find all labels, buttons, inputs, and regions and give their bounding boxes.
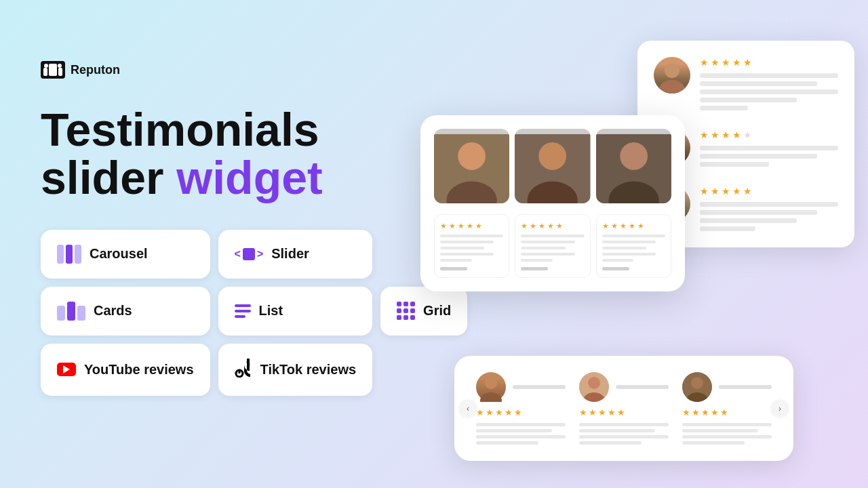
- name-line: [719, 385, 772, 389]
- carousel-photo: [596, 129, 671, 203]
- right-panel: ★★★★★ ★★★★★: [420, 27, 854, 474]
- svg-point-22: [485, 377, 497, 389]
- slider-mockup: ‹ ★★★★★: [454, 356, 793, 461]
- carousel-card: ★★★★★: [515, 214, 590, 278]
- review-content: ★★★★★: [700, 129, 838, 167]
- cards-label: Cards: [94, 303, 132, 319]
- slider-icon: < >: [235, 248, 264, 260]
- slider-prev-button[interactable]: ‹: [458, 399, 477, 418]
- list-button[interactable]: List: [218, 287, 373, 336]
- svg-rect-2: [58, 68, 62, 76]
- stars: ★★★★★: [700, 129, 838, 140]
- youtube-icon: [57, 363, 76, 376]
- svg-rect-0: [43, 68, 47, 76]
- review-content: ★★★★★: [700, 186, 838, 231]
- carousel-photo: [515, 129, 590, 203]
- carousel-card: ★★★★★: [596, 214, 671, 278]
- name-line: [513, 385, 566, 389]
- avatar: [654, 57, 690, 94]
- carousel-photo: [434, 129, 509, 203]
- svg-point-8: [658, 80, 686, 94]
- review-content: ★★★★★: [700, 57, 838, 110]
- headline-line2: slider widget: [41, 154, 434, 202]
- stars: ★★★★★: [700, 186, 838, 197]
- avatar: [579, 372, 609, 402]
- cards-icon: [57, 302, 85, 321]
- stars: ★★★★★: [682, 407, 728, 418]
- headline-line1: Testimonials: [41, 106, 434, 154]
- tiktok-icon: [235, 359, 252, 381]
- svg-point-3: [44, 64, 48, 68]
- slider-button[interactable]: < > Slider: [218, 230, 373, 279]
- stars: ★★★★★: [579, 407, 625, 418]
- left-panel: Reputon Testimonials slider widget Carou…: [41, 61, 434, 396]
- carousel-photos: [434, 129, 671, 203]
- slider-item: ★★★★★: [476, 372, 566, 445]
- svg-point-28: [691, 377, 703, 389]
- carousel-label: Carousel: [90, 246, 148, 262]
- slider-label: Slider: [271, 246, 309, 262]
- headline: Testimonials slider widget: [41, 106, 434, 203]
- svg-point-25: [588, 377, 600, 389]
- logo-icon: [41, 61, 65, 79]
- widget-grid: Carousel < > Slider Cards: [41, 230, 420, 396]
- svg-point-14: [458, 142, 486, 170]
- carousel-cards-row: ★★★★★ ★★★★★: [434, 214, 671, 278]
- carousel-card: ★★★★★: [434, 214, 509, 278]
- logo-text: Reputon: [71, 63, 120, 77]
- avatar: [682, 372, 712, 402]
- slider-item: ★★★★★: [682, 372, 772, 445]
- youtube-button[interactable]: YouTube reviews: [41, 344, 210, 396]
- carousel-icon: [57, 245, 81, 264]
- stars: ★★★★★: [476, 407, 522, 418]
- svg-point-17: [539, 142, 567, 170]
- list-label: List: [259, 303, 283, 319]
- stars: ★★★★★: [700, 57, 838, 68]
- svg-point-5: [58, 64, 62, 68]
- review-row: ★★★★★: [654, 57, 838, 110]
- carousel-button[interactable]: Carousel: [41, 230, 210, 279]
- youtube-label: YouTube reviews: [84, 362, 194, 378]
- tiktok-button[interactable]: TikTok reviews: [218, 344, 373, 396]
- slider-next-button[interactable]: ›: [770, 399, 789, 418]
- cards-button[interactable]: Cards: [41, 287, 210, 336]
- tiktok-label: TikTok reviews: [260, 362, 357, 378]
- svg-point-7: [665, 63, 679, 78]
- svg-point-23: [480, 392, 502, 402]
- avatar: [476, 372, 506, 402]
- name-line: [616, 385, 669, 389]
- carousel-mockup: ★★★★★ ★★★★★: [420, 115, 685, 291]
- logo: Reputon: [41, 61, 434, 79]
- headline-widget: widget: [176, 152, 322, 203]
- grid-icon: [397, 302, 415, 320]
- slider-items: ★★★★★: [476, 372, 772, 445]
- list-icon: [235, 304, 251, 318]
- svg-point-20: [620, 142, 648, 170]
- slider-item: ★★★★★: [579, 372, 669, 445]
- svg-point-4: [51, 64, 55, 68]
